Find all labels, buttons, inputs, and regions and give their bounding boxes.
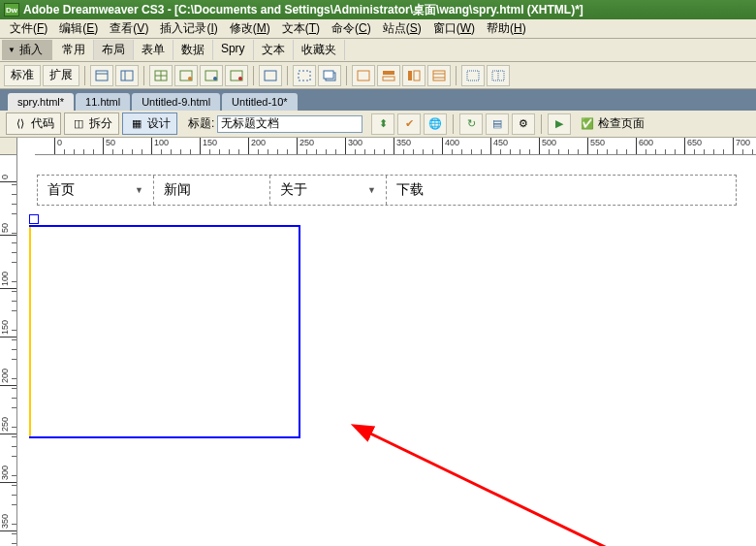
menu-编辑[interactable]: 编辑(E) — [53, 18, 104, 39]
svg-point-12 — [238, 77, 242, 80]
refresh-icon[interactable]: ↻ — [459, 113, 483, 135]
standard-mode-button[interactable]: 标准 — [4, 65, 41, 86]
document-tab[interactable]: Untitled-9.html — [132, 93, 220, 111]
title-bar: Dw Adobe Dreamweaver CS3 - [C:\Documents… — [0, 0, 756, 19]
table-icon-1[interactable] — [149, 65, 173, 86]
options-icon[interactable]: ⚙ — [512, 113, 535, 135]
document-tab-strip: spry.html*11.htmlUntitled-9.htmlUntitled… — [0, 89, 756, 111]
layout-icon-2[interactable] — [115, 65, 139, 86]
svg-rect-17 — [358, 71, 369, 80]
document-title-input[interactable] — [217, 115, 362, 133]
layer-icon-2[interactable] — [318, 65, 341, 86]
menu-帮助[interactable]: 帮助(H) — [481, 18, 532, 39]
insert-tab-布局[interactable]: 布局 — [94, 40, 134, 60]
insert-tab-收藏夹[interactable]: 收藏夹 — [294, 40, 345, 60]
svg-line-28 — [366, 432, 657, 546]
separator — [143, 66, 144, 85]
spry-icon-2[interactable] — [377, 65, 400, 86]
div-icon[interactable] — [259, 65, 282, 86]
svg-rect-22 — [433, 71, 445, 80]
spry-icon-4[interactable] — [427, 65, 451, 86]
spry-menu-item[interactable]: 关于▼ — [270, 176, 387, 205]
svg-rect-21 — [414, 71, 420, 80]
menu-bar: 文件(F)编辑(E)查看(V)插入记录(I)修改(M)文本(T)命令(C)站点(… — [0, 19, 756, 39]
insert-category-label: 插入 — [19, 42, 43, 58]
separator — [84, 66, 85, 85]
insert-tab-Spry[interactable]: Spry — [213, 40, 254, 60]
separator — [541, 114, 542, 134]
insert-category-dropdown[interactable]: ▼ 插入 — [2, 40, 52, 60]
menu-文件[interactable]: 文件(F) — [4, 18, 53, 39]
menu-修改[interactable]: 修改(M) — [224, 18, 276, 39]
svg-rect-2 — [121, 71, 133, 80]
layer-icon-1[interactable] — [293, 65, 316, 86]
separator — [453, 114, 454, 134]
svg-rect-25 — [467, 71, 479, 80]
svg-point-8 — [188, 77, 192, 80]
code-view-button[interactable]: ⟨⟩ 代码 — [6, 112, 61, 135]
split-icon: ◫ — [71, 116, 86, 132]
menu-插入记录[interactable]: 插入记录(I) — [154, 18, 223, 39]
triangle-down-icon: ▼ — [8, 46, 16, 54]
spry-menu-item[interactable]: 首页▼ — [38, 176, 154, 205]
svg-rect-18 — [383, 71, 394, 75]
browser-check-icon[interactable]: ✔ — [397, 113, 421, 135]
layout-toolbar: 标准 扩展 — [0, 62, 756, 89]
insert-tab-表单[interactable]: 表单 — [134, 40, 173, 60]
ruler-corner — [0, 138, 17, 155]
selected-element-outline[interactable] — [29, 225, 300, 438]
window-title: Adobe Dreamweaver CS3 - [C:\Documents an… — [23, 2, 583, 18]
document-toolbar: ⟨⟩ 代码 ◫ 拆分 ▦ 设计 标题: ⬍ ✔ 🌐 ↻ ▤ ⚙ ▶ ✅ 检查页面 — [0, 111, 756, 138]
insert-bar: ▼ 插入 常用布局表单数据Spry文本收藏夹 — [0, 39, 756, 62]
visual-aids-icon[interactable]: ▶ — [548, 113, 571, 135]
code-icon: ⟨⟩ — [13, 116, 28, 132]
check-page-button[interactable]: ✅ 检查页面 — [574, 113, 650, 134]
extended-mode-button[interactable]: 扩展 — [43, 65, 79, 86]
menu-窗口[interactable]: 窗口(W) — [427, 18, 481, 39]
frame-icon-1[interactable] — [461, 65, 485, 86]
spry-menu-item[interactable]: 下载 — [387, 176, 513, 205]
document-tab[interactable]: Untitled-10* — [222, 93, 297, 111]
split-view-button[interactable]: ◫ 拆分 — [64, 112, 119, 135]
spry-icon-1[interactable] — [352, 65, 375, 86]
table-icon-3[interactable] — [200, 65, 223, 86]
validate-icon[interactable]: ⬍ — [371, 113, 394, 135]
file-mgmt-icon[interactable]: ▤ — [486, 113, 509, 135]
layout-icon-1[interactable] — [90, 65, 113, 86]
document-tab[interactable]: spry.html* — [8, 93, 74, 111]
svg-rect-0 — [96, 71, 108, 80]
frame-icon-2[interactable] — [487, 65, 510, 86]
menu-命令[interactable]: 命令(C) — [326, 18, 377, 39]
design-canvas[interactable]: 首页▼新闻关于▼下载 — [17, 155, 756, 546]
svg-rect-20 — [408, 71, 412, 80]
globe-icon[interactable]: 🌐 — [424, 113, 447, 135]
menu-文本[interactable]: 文本(T) — [276, 18, 326, 39]
horizontal-ruler: 0501001502002503003504004505005506006507… — [35, 138, 756, 155]
title-label: 标题: — [188, 115, 214, 132]
app-logo: Dw — [4, 3, 19, 16]
separator — [346, 66, 347, 85]
svg-rect-13 — [265, 71, 276, 80]
insert-tab-数据[interactable]: 数据 — [173, 40, 213, 60]
spry-menu-bar[interactable]: 首页▼新闻关于▼下载 — [37, 175, 737, 206]
svg-point-10 — [213, 77, 217, 80]
separator — [253, 66, 254, 85]
document-tab[interactable]: 11.html — [76, 93, 130, 111]
selection-handle[interactable] — [29, 214, 39, 224]
insert-tab-常用[interactable]: 常用 — [54, 40, 94, 60]
svg-rect-19 — [383, 77, 394, 80]
spry-menu-item[interactable]: 新闻 — [154, 176, 270, 205]
design-view-button[interactable]: ▦ 设计 — [122, 112, 177, 135]
menu-查看[interactable]: 查看(V) — [104, 18, 154, 39]
table-icon-4[interactable] — [225, 65, 248, 86]
vertical-ruler: 050100150200250300350400 — [0, 155, 17, 546]
svg-rect-14 — [299, 71, 310, 80]
insert-tab-文本[interactable]: 文本 — [254, 40, 294, 60]
separator — [287, 66, 288, 85]
svg-rect-16 — [324, 71, 333, 79]
work-area: 050100150200250300350400 首页▼新闻关于▼下载 — [0, 155, 756, 546]
separator — [456, 66, 457, 85]
spry-icon-3[interactable] — [402, 65, 425, 86]
table-icon-2[interactable] — [174, 65, 198, 86]
menu-站点[interactable]: 站点(S) — [377, 18, 427, 39]
